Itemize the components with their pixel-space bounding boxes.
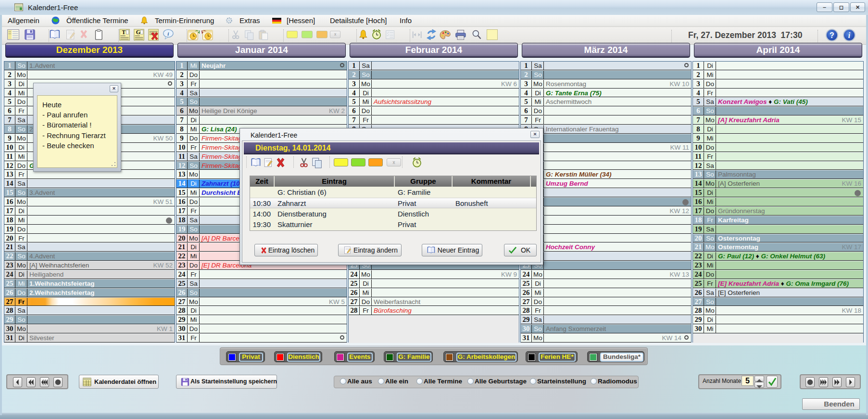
svg-text:G: G: [136, 29, 140, 36]
svg-text:T: T: [122, 29, 126, 36]
